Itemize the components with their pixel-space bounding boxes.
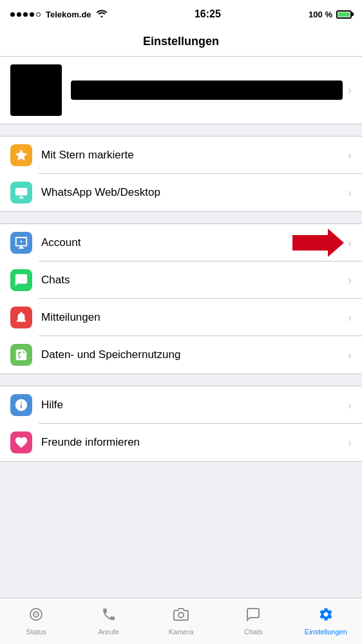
help-icon — [10, 394, 32, 416]
web-desktop-label: WhatsApp Web/Desktop — [41, 186, 348, 199]
section-account-chats: Account › Chats › Mitteilungen › — [0, 223, 362, 374]
tab-bar: Status Anrufe Kamera Chats — [0, 598, 362, 644]
notifications-chevron-icon: › — [348, 311, 352, 325]
list-item[interactable]: Hilfe › — [0, 386, 362, 424]
list-item[interactable]: WhatsApp Web/Desktop › — [0, 174, 362, 211]
calls-tab-icon — [101, 607, 117, 626]
svg-point-7 — [35, 614, 37, 615]
status-right: 100 % — [309, 10, 352, 19]
notifications-label: Mitteilungen — [41, 311, 348, 324]
chats-chevron-icon: › — [348, 274, 352, 287]
data-storage-icon — [10, 344, 32, 366]
web-desktop-icon — [10, 182, 32, 204]
profile-name — [71, 80, 343, 100]
starred-chevron-icon: › — [348, 149, 352, 162]
list-item[interactable]: Mitteilungen › — [0, 299, 362, 336]
tab-einstellungen[interactable]: Einstellungen — [290, 598, 362, 644]
data-storage-label: Daten- und Speichernutzung — [41, 348, 348, 361]
list-item[interactable]: Daten- und Speichernutzung › — [0, 336, 362, 374]
avatar — [10, 64, 62, 116]
tab-chats[interactable]: Chats — [217, 598, 289, 644]
account-icon — [10, 232, 32, 254]
list-item[interactable]: Chats › — [0, 261, 362, 299]
tab-status-label: Status — [26, 628, 46, 636]
tab-kamera[interactable]: Kamera — [145, 598, 217, 644]
battery-icon — [336, 10, 352, 19]
data-storage-chevron-icon: › — [348, 348, 352, 362]
account-chevron-icon: › — [348, 236, 352, 250]
status-time: 16:25 — [195, 8, 221, 20]
tab-einstellungen-label: Einstellungen — [305, 628, 347, 636]
svg-point-3 — [21, 241, 23, 243]
chats-settings-icon — [10, 269, 32, 291]
tab-kamera-label: Kamera — [169, 628, 194, 636]
starred-icon — [10, 144, 32, 166]
svg-point-8 — [178, 612, 184, 618]
svg-rect-0 — [15, 188, 27, 196]
wifi-icon — [97, 9, 107, 19]
chats-settings-label: Chats — [41, 274, 348, 287]
carrier-label: Telekom.de — [46, 10, 91, 19]
help-label: Hilfe — [41, 399, 348, 412]
camera-tab-icon — [173, 607, 189, 626]
settings-tab-icon — [318, 607, 334, 626]
list-item[interactable]: Account › — [0, 224, 362, 261]
notifications-icon — [10, 307, 32, 328]
chats-tab-icon — [245, 607, 261, 626]
section-starred-web: Mit Stern markierte › WhatsApp Web/Deskt… — [0, 136, 362, 212]
status-tab-icon — [28, 607, 44, 626]
friends-chevron-icon: › — [348, 436, 352, 450]
tab-chats-label: Chats — [244, 628, 263, 636]
account-label: Account — [41, 236, 348, 249]
tab-anrufe-label: Anrufe — [98, 628, 119, 636]
main-content: › Mit Stern markierte › WhatsApp Web/Des… — [0, 57, 362, 525]
list-item[interactable]: Freunde informieren › — [0, 424, 362, 461]
status-bar: Telekom.de 16:25 100 % — [0, 0, 362, 28]
friends-icon — [10, 431, 32, 453]
help-chevron-icon: › — [348, 399, 352, 412]
starred-label: Mit Stern markierte — [41, 149, 348, 162]
signal-icon — [10, 12, 41, 17]
profile-section[interactable]: › — [0, 57, 362, 124]
friends-label: Freunde informieren — [41, 436, 348, 449]
battery-percent: 100 % — [309, 10, 332, 19]
list-item[interactable]: Mit Stern markierte › — [0, 137, 362, 174]
page-title: Einstellungen — [143, 35, 219, 48]
profile-chevron-icon: › — [348, 84, 352, 97]
status-left: Telekom.de — [10, 9, 107, 19]
web-desktop-chevron-icon: › — [348, 186, 352, 200]
nav-bar: Einstellungen — [0, 28, 362, 57]
tab-status[interactable]: Status — [0, 598, 72, 644]
tab-anrufe[interactable]: Anrufe — [72, 598, 144, 644]
section-help-friends: Hilfe › Freunde informieren › — [0, 386, 362, 462]
